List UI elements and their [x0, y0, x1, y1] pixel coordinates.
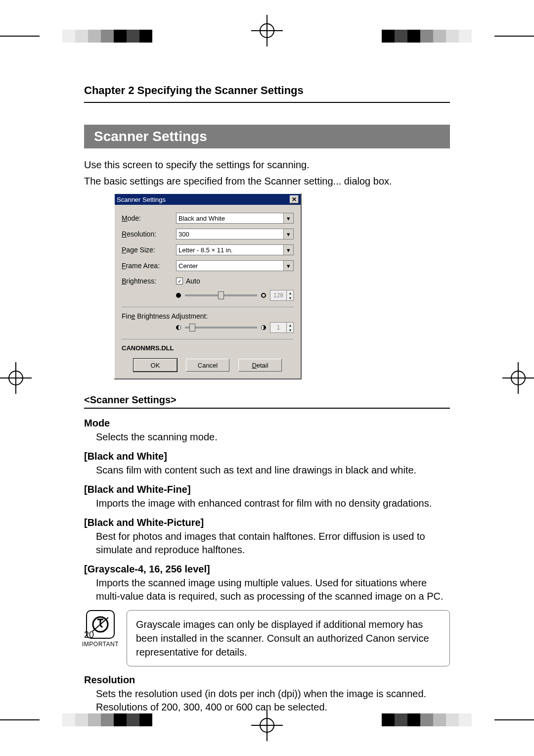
- pagesize-value: Letter - 8.5 × 11 in.: [178, 246, 232, 254]
- dark-icon: [176, 293, 181, 298]
- section-heading: Scanner Settings: [84, 125, 450, 148]
- crop-line: [0, 36, 40, 37]
- fine-brightness-slider[interactable]: [185, 327, 257, 329]
- framearea-label: Frame Area:: [122, 262, 176, 270]
- scanner-settings-dialog: Scanner Settings ✕ Mode: Black and White…: [114, 193, 302, 379]
- ok-button[interactable]: OK: [134, 359, 177, 372]
- framearea-dropdown[interactable]: Center ▾: [176, 260, 294, 271]
- crop-line: [0, 719, 40, 720]
- intro-text: Use this screen to specify the settings …: [84, 158, 450, 172]
- close-icon[interactable]: ✕: [290, 195, 299, 203]
- crop-marks: [382, 30, 472, 43]
- term-resolution: Resolution: [84, 674, 450, 686]
- registration-mark-icon: [502, 362, 534, 394]
- desc-resolution: Sets the resolution used (in dots per in…: [96, 687, 450, 714]
- brightness-slider[interactable]: [185, 294, 257, 296]
- page-number: 20: [84, 630, 94, 640]
- term-bwfine: [Black and White-Fine]: [84, 484, 450, 495]
- pagesize-label: Page Size:: [122, 246, 176, 254]
- dialog-titlebar: Scanner Settings ✕: [115, 194, 301, 205]
- registration-mark-icon: [251, 15, 283, 47]
- desc-bwpic: Best for photos and images that contain …: [96, 530, 450, 557]
- resolution-label: Resolution:: [122, 230, 176, 238]
- auto-label: Auto: [186, 277, 200, 285]
- brightness-value: 128: [270, 290, 286, 300]
- chevron-down-icon: ▾: [283, 261, 293, 271]
- term-grayscale: [Grayscale-4, 16, 256 level]: [84, 564, 450, 575]
- auto-checkbox[interactable]: ✓: [176, 278, 183, 284]
- desc-bw: Scans film with content such as text and…: [96, 464, 450, 477]
- chevron-down-icon: ▾: [283, 213, 293, 223]
- mode-value: Black and White: [178, 215, 225, 222]
- light-icon: [261, 293, 266, 298]
- dialog-title: Scanner Settings: [117, 196, 290, 203]
- dll-name: CANONMRS.DLL: [122, 344, 294, 352]
- crop-line: [494, 36, 534, 37]
- desc-grayscale: Imports the scanned image using multiple…: [96, 576, 450, 603]
- desc-bwfine: Imports the image with enhanced contrast…: [96, 497, 450, 510]
- mode-dropdown[interactable]: Black and White ▾: [176, 213, 294, 224]
- term-bwpic: [Black and White-Picture]: [84, 517, 450, 528]
- intro-text: The basic settings are specified from th…: [84, 175, 450, 188]
- contrast-light-icon: [261, 325, 266, 330]
- term-bw: [Black and White]: [84, 451, 450, 462]
- framearea-value: Center: [178, 262, 198, 270]
- mode-label: Mode:: [122, 214, 176, 222]
- brightness-label: Brightness:: [122, 277, 176, 285]
- registration-mark-icon: [0, 362, 32, 394]
- important-callout: IMPORTANT Grayscale images can only be d…: [84, 610, 450, 666]
- important-text: Grayscale images can only be displayed i…: [127, 610, 450, 666]
- desc-mode: Selects the scanning mode.: [96, 430, 450, 444]
- fine-brightness-spinner[interactable]: 1 ▴▾: [270, 322, 294, 333]
- pagesize-dropdown[interactable]: Letter - 8.5 × 11 in. ▾: [176, 244, 294, 255]
- contrast-dark-icon: [176, 325, 181, 330]
- resolution-dropdown[interactable]: 300 ▾: [176, 229, 294, 239]
- detail-button[interactable]: Detail: [238, 359, 282, 372]
- scanner-settings-subheading: <Scanner Settings>: [84, 394, 450, 409]
- chevron-down-icon: ▾: [283, 245, 293, 255]
- important-label: IMPORTANT: [82, 641, 119, 648]
- chevron-down-icon: ▾: [283, 229, 293, 239]
- crop-line: [494, 719, 534, 720]
- resolution-value: 300: [178, 231, 189, 238]
- cancel-button[interactable]: Cancel: [186, 359, 229, 372]
- brightness-spinner[interactable]: 128 ▴▾: [270, 290, 294, 301]
- fine-brightness-value: 1: [270, 323, 286, 332]
- fine-brightness-label: Fine Brightness Adjustment:: [122, 312, 294, 320]
- term-mode: Mode: [84, 418, 450, 429]
- chapter-title: Chapter 2 Specifying the Scanner Setting…: [84, 84, 450, 103]
- crop-marks: [62, 30, 152, 43]
